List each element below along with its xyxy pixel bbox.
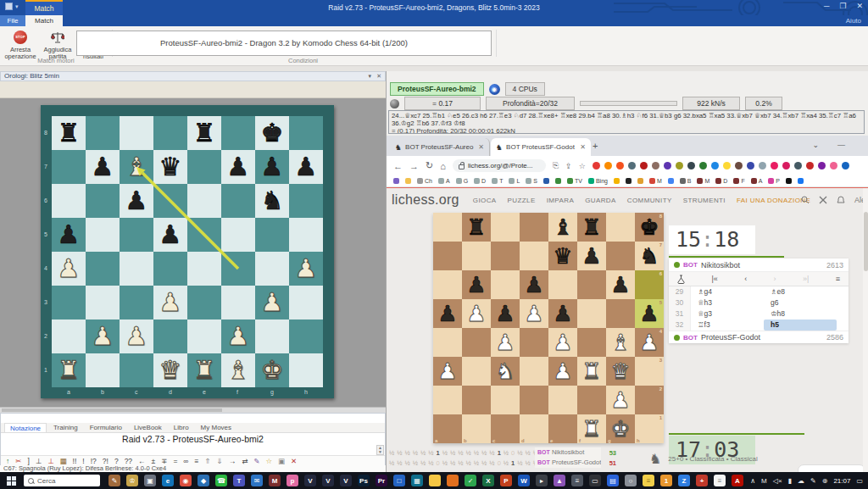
square-a4[interactable]: ♟	[52, 252, 86, 286]
square-g4[interactable]: ♝	[606, 328, 635, 357]
white-pawn[interactable]: ♟	[295, 256, 318, 281]
square-d5[interactable]: ♟	[520, 299, 548, 328]
bookmark-item[interactable]: M	[697, 178, 709, 184]
notification-center-icon[interactable]: ▭	[856, 477, 863, 485]
result-token[interactable]: ½	[517, 449, 522, 457]
result-token[interactable]: ½	[405, 459, 410, 467]
square-a8[interactable]: ♜	[52, 116, 86, 150]
annotation-symbol[interactable]: ?!	[103, 457, 108, 465]
square-c2[interactable]: ♟	[120, 320, 153, 353]
white-pawn[interactable]: ♟	[610, 389, 630, 411]
result-token[interactable]: ½	[450, 459, 455, 467]
square-a6[interactable]	[52, 184, 86, 218]
square-h5[interactable]: ♟5	[635, 299, 664, 328]
nav-community[interactable]: COMMUNITY	[627, 197, 672, 204]
taskbar-app-excel[interactable]: X	[482, 475, 494, 486]
move-cell[interactable]: ♗e8	[764, 286, 837, 297]
square-f5[interactable]	[577, 299, 606, 328]
tab-file[interactable]: File	[0, 15, 25, 26]
square-a8[interactable]	[433, 213, 462, 242]
black-pawn[interactable]: ♟	[227, 154, 250, 180]
white-pawn[interactable]: ♟	[495, 331, 515, 353]
result-token[interactable]: ½	[466, 449, 471, 457]
square-c6[interactable]: ♟	[120, 184, 153, 218]
black-pawn[interactable]: ♟	[159, 222, 182, 247]
result-token[interactable]: ½	[442, 459, 448, 467]
white-pawn[interactable]: ♟	[261, 290, 284, 315]
new-tab-button[interactable]: +	[593, 141, 598, 151]
tray-volume-muted-icon[interactable]: ◁×	[773, 477, 782, 485]
taskbar-app-folder[interactable]	[429, 475, 441, 486]
square-a1[interactable]: a	[433, 414, 462, 443]
square-h7[interactable]: ♟	[289, 150, 323, 184]
result-token[interactable]: 1	[498, 449, 501, 457]
square-c2[interactable]	[491, 386, 520, 414]
taskbar-app-word[interactable]: W	[518, 475, 530, 486]
square-c7[interactable]	[491, 242, 520, 270]
square-b4[interactable]	[86, 252, 120, 286]
annotation-symbol[interactable]: ←	[138, 457, 146, 465]
square-c6[interactable]	[491, 270, 520, 299]
bell-icon[interactable]	[837, 196, 845, 204]
square-e8[interactable]: ♜	[187, 116, 221, 150]
player-bottom-row[interactable]: BOT ProteusSF-Godot 2586	[669, 331, 849, 343]
extension-icon[interactable]	[640, 162, 648, 169]
ribbon-tab-match-header[interactable]: Match	[25, 0, 63, 15]
bookmark-item[interactable]: P	[768, 178, 780, 184]
tray-onedrive-icon[interactable]: ☁	[798, 477, 804, 485]
black-pawn[interactable]: ♟	[92, 154, 114, 180]
taskbar-app-v-app-3[interactable]: V	[340, 475, 352, 486]
extension-icon[interactable]	[806, 162, 814, 169]
square-f5[interactable]	[221, 218, 255, 252]
taskbar-app-snipping[interactable]: ▣	[144, 475, 156, 486]
square-h6[interactable]	[289, 184, 323, 218]
taskbar-app-brush[interactable]: ✎	[108, 475, 120, 486]
black-pawn[interactable]: ♟	[495, 303, 515, 325]
extension-icon[interactable]	[604, 162, 612, 169]
extension-icon[interactable]	[842, 162, 849, 169]
result-token[interactable]: ½	[526, 449, 531, 457]
white-pawn[interactable]: ♟	[466, 303, 486, 325]
result-token[interactable]: 0	[498, 459, 501, 467]
taskbar-app-notebook[interactable]: ▤	[607, 475, 619, 486]
black-pawn[interactable]: ♟	[466, 274, 486, 296]
white-bishop[interactable]: ♝	[125, 154, 148, 180]
move-cell[interactable]: h5	[764, 320, 837, 331]
result-token[interactable]: ½	[458, 449, 463, 457]
white-pawn[interactable]: ♟	[553, 331, 572, 353]
square-d4[interactable]	[520, 328, 548, 357]
taskbar-app-orange-app[interactable]	[447, 475, 459, 486]
square-a3[interactable]: ♟	[433, 357, 462, 386]
extension-icon[interactable]	[794, 162, 802, 169]
square-a5[interactable]: ♟	[433, 299, 462, 328]
annotation-symbol[interactable]: ?	[114, 457, 119, 465]
white-queen[interactable]: ♛	[159, 358, 182, 383]
square-g3[interactable]: ♟	[255, 286, 289, 320]
extension-icon[interactable]	[723, 162, 731, 169]
square-h8[interactable]	[289, 116, 323, 150]
tab-match[interactable]: Match	[25, 15, 63, 26]
square-f6[interactable]	[577, 270, 606, 299]
result-token[interactable]: ½	[489, 449, 494, 457]
square-d6[interactable]	[153, 184, 187, 218]
annotation-symbol[interactable]: ↑	[6, 457, 9, 465]
taskbar-app-red-app[interactable]: +	[696, 475, 708, 486]
taskbar-app-screen[interactable]: ▭	[589, 475, 601, 486]
white-bishop[interactable]: ♝	[610, 331, 630, 353]
result-token[interactable]: 0	[511, 449, 515, 457]
square-c3[interactable]: ♞	[491, 357, 520, 386]
extension-icon[interactable]	[747, 162, 754, 169]
result-token[interactable]: ½	[458, 459, 463, 467]
annotation-symbol[interactable]: ☆	[265, 457, 272, 465]
square-h3[interactable]	[289, 286, 323, 320]
square-d1[interactable]: d	[520, 414, 548, 443]
square-g5[interactable]	[606, 299, 635, 328]
notation-tab-notazione[interactable]: Notazione	[4, 423, 47, 432]
result-token[interactable]: ½	[413, 459, 418, 467]
taskbar-app-sticky-notes[interactable]: ≡	[643, 475, 654, 486]
square-d8[interactable]	[153, 116, 187, 150]
nav-impara[interactable]: IMPARA	[547, 197, 574, 204]
home-icon[interactable]: ⌂	[440, 161, 446, 171]
black-pawn[interactable]: ♟	[639, 303, 659, 325]
square-e2[interactable]	[548, 386, 577, 414]
